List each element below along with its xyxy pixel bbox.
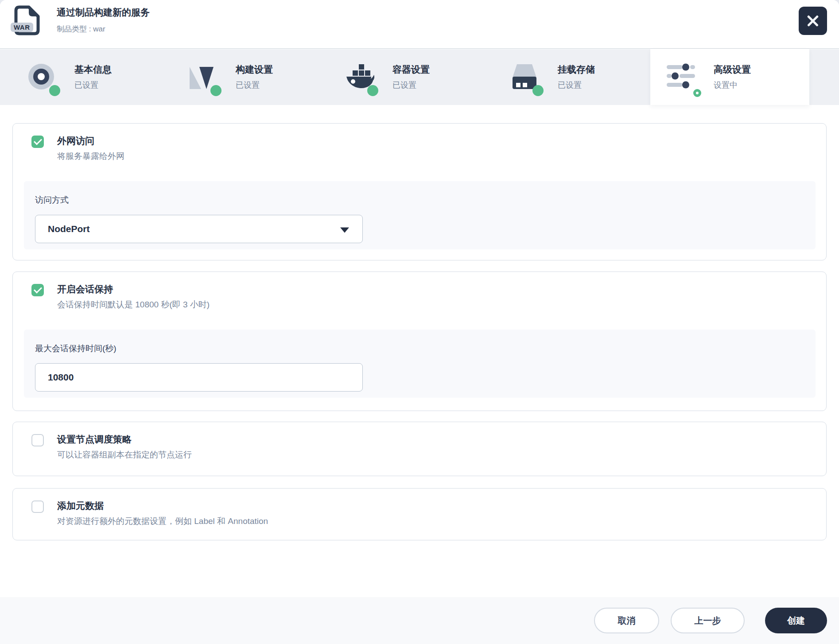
close-button[interactable] (799, 7, 827, 35)
section-desc: 对资源进行额外的元数据设置，例如 Label 和 Annotation (57, 516, 268, 527)
section-desc: 将服务暴露给外网 (57, 151, 124, 162)
tab-status: 已设置 (392, 80, 430, 90)
session-persistence-checkbox[interactable] (31, 284, 44, 296)
section-title: 添加元数据 (57, 500, 268, 512)
container-settings-icon (346, 63, 376, 91)
session-timeout-input[interactable] (35, 363, 363, 392)
tab-label: 高级设置 (714, 64, 751, 75)
modal-footer: 取消 上一步 创建 (0, 597, 839, 644)
section-desc: 可以让容器组副本在指定的节点运行 (57, 449, 192, 460)
artifact-type-badge: WAR (11, 23, 33, 32)
tab-status: 已设置 (558, 80, 595, 90)
tab-basic-info[interactable]: 基本信息 已设置 (27, 49, 112, 105)
tab-label: 挂载存储 (558, 64, 595, 75)
session-timeout-panel: 最大会话保持时间(秒) (24, 330, 816, 398)
steps-tabbar: 基本信息 已设置 构建设置 已设置 (0, 49, 839, 105)
tab-build-settings[interactable]: 构建设置 已设置 (189, 49, 273, 105)
access-mode-panel: 访问方式 NodePort (24, 181, 816, 249)
node-scheduling-card: 设置节点调度策略 可以让容器组副本在指定的节点运行 (12, 422, 827, 476)
section-title: 外网访问 (57, 135, 124, 147)
mount-storage-icon (511, 63, 541, 91)
tab-label: 构建设置 (236, 64, 273, 75)
session-timeout-label: 最大会话保持时间(秒) (35, 343, 816, 354)
node-scheduling-checkbox[interactable] (31, 434, 44, 446)
section-title: 开启会话保持 (57, 283, 210, 295)
step-done-indicator (49, 85, 60, 96)
basic-info-icon (27, 63, 58, 91)
add-metadata-card: 添加元数据 对资源进行额外的元数据设置，例如 Label 和 Annotatio… (12, 488, 827, 540)
create-service-modal: WAR 通过制品构建新的服务 制品类型 : war 基本信息 已设置 (0, 0, 839, 644)
access-mode-label: 访问方式 (35, 194, 816, 206)
session-persistence-card: 开启会话保持 会话保持时间默认是 10800 秒(即 3 小时) 最大会话保持时… (12, 272, 827, 411)
tab-mount-storage[interactable]: 挂载存储 已设置 (511, 49, 595, 105)
section-desc: 会话保持时间默认是 10800 秒(即 3 小时) (57, 299, 210, 310)
chevron-down-icon (340, 227, 349, 233)
modal-title: 通过制品构建新的服务 (57, 7, 150, 18)
access-mode-select[interactable]: NodePort (35, 215, 363, 243)
step-done-indicator (367, 85, 378, 96)
modal-header: WAR 通过制品构建新的服务 制品类型 : war (0, 0, 839, 49)
tab-status: 已设置 (236, 80, 273, 90)
create-button[interactable]: 创建 (765, 608, 827, 633)
modal-subtitle: 制品类型 : war (57, 24, 150, 34)
build-settings-icon (189, 63, 219, 91)
tab-label: 基本信息 (74, 64, 112, 75)
close-icon (806, 14, 820, 27)
tab-label: 容器设置 (392, 64, 430, 75)
external-access-card: 外网访问 将服务暴露给外网 访问方式 NodePort (12, 123, 827, 260)
step-done-indicator (210, 85, 221, 96)
add-metadata-checkbox[interactable] (31, 500, 44, 513)
previous-step-button[interactable]: 上一步 (671, 608, 745, 633)
step-done-indicator (532, 85, 544, 96)
header-text: 通过制品构建新的服务 制品类型 : war (57, 7, 150, 34)
advanced-settings-icon (667, 63, 697, 91)
tab-advanced-settings[interactable]: 高级设置 设置中 (667, 49, 751, 105)
cancel-button[interactable]: 取消 (594, 608, 659, 633)
tab-status: 设置中 (714, 80, 751, 90)
step-in-progress-indicator (693, 89, 701, 97)
war-file-icon: WAR (14, 5, 40, 35)
section-title: 设置节点调度策略 (57, 433, 192, 445)
external-access-checkbox[interactable] (31, 136, 44, 148)
tab-status: 已设置 (74, 80, 112, 90)
tab-container-settings[interactable]: 容器设置 已设置 (346, 49, 430, 105)
access-mode-value: NodePort (48, 224, 90, 234)
